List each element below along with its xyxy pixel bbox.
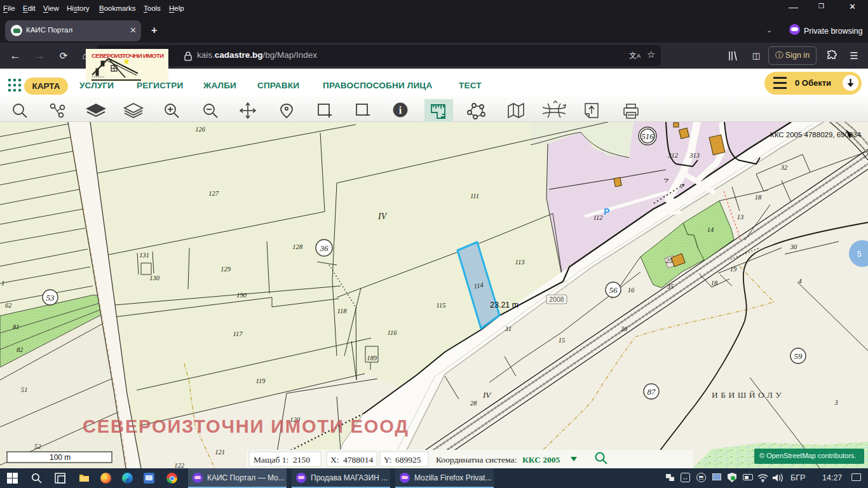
svg-text:28: 28 (470, 400, 477, 407)
svg-text:13: 13 (737, 214, 744, 220)
svg-text:5: 5 (857, 250, 862, 259)
svg-text:51: 51 (21, 386, 28, 393)
svg-text:23.21 m: 23.21 m (490, 301, 519, 309)
svg-text:4: 4 (798, 278, 802, 285)
svg-text:3: 3 (834, 399, 837, 406)
svg-text:Y:: Y: (384, 455, 391, 464)
svg-text:СЕВЕРОИЗТОЧНИ ИМОТИ: СЕВЕРОИЗТОЧНИ ИМОТИ (92, 52, 164, 59)
svg-text:59: 59 (794, 351, 803, 361)
svg-text:1: 1 (1, 280, 4, 287)
svg-text:62: 62 (5, 302, 12, 309)
svg-text:19: 19 (730, 266, 737, 273)
svg-text:18: 18 (755, 194, 762, 201)
svg-text:i: i (399, 105, 402, 116)
svg-text:2008: 2008 (549, 295, 564, 303)
svg-text:35: 35 (667, 283, 674, 290)
svg-text:126: 126 (195, 126, 206, 133)
svg-text:16: 16 (628, 287, 635, 294)
svg-text:Мащаб 1:: Мащаб 1: (254, 455, 288, 464)
svg-text:Координатна система:: Координатна система: (436, 455, 517, 464)
svg-text:СЕВЕРОИЗТОЧНИ ИМОТИ ЕООД: СЕВЕРОИЗТОЧНИ ИМОТИ ЕООД (83, 416, 408, 437)
svg-text:119: 119 (256, 377, 266, 384)
svg-text:127: 127 (208, 190, 219, 197)
svg-text:129: 129 (220, 266, 231, 273)
svg-text:312: 312 (667, 152, 679, 159)
svg-text:111: 111 (470, 193, 479, 200)
svg-text:117: 117 (233, 330, 243, 337)
svg-text:116: 116 (388, 329, 398, 336)
svg-text:118: 118 (337, 308, 348, 315)
svg-text:121: 121 (215, 449, 225, 456)
svg-text:516: 516 (641, 132, 654, 141)
svg-text:© OpenStreetMap contributor: © OpenStreetMap contributors. (759, 452, 856, 459)
svg-text:87: 87 (648, 387, 656, 396)
svg-text:112: 112 (593, 214, 604, 221)
svg-text:189: 189 (367, 355, 377, 362)
svg-text:15: 15 (559, 337, 566, 344)
svg-text:113: 113 (515, 259, 525, 266)
svg-text:115: 115 (437, 302, 446, 309)
svg-text:82: 82 (17, 346, 24, 353)
svg-text:4788014: 4788014 (343, 455, 374, 464)
svg-text:IV: IV (482, 390, 492, 400)
svg-text:IV: IV (377, 212, 388, 221)
svg-text:81: 81 (13, 323, 20, 330)
svg-text:36: 36 (620, 325, 628, 332)
svg-text:689925: 689925 (395, 455, 421, 464)
svg-text:18: 18 (711, 280, 718, 287)
svg-text:32: 32 (780, 164, 788, 171)
svg-text:ККС 2005: ККС 2005 (522, 455, 560, 464)
svg-text:25: 25 (666, 257, 673, 264)
svg-text:313: 313 (689, 152, 700, 159)
svg-text:122: 122 (174, 462, 185, 468)
svg-text:14: 14 (707, 226, 714, 233)
svg-text:190: 190 (236, 292, 247, 299)
svg-text:56: 56 (609, 285, 618, 295)
svg-text:ИБИШЙОЛУ: ИБИШЙОЛУ (712, 390, 784, 400)
svg-text:52: 52 (34, 443, 41, 450)
svg-text:P: P (604, 207, 609, 217)
svg-text:30: 30 (790, 243, 797, 250)
svg-text:130: 130 (149, 274, 160, 281)
svg-text:100 m: 100 m (50, 453, 71, 462)
svg-text:36: 36 (320, 243, 329, 253)
svg-text:31: 31 (505, 325, 512, 332)
svg-text:128: 128 (292, 243, 303, 250)
svg-text:X:: X: (330, 455, 339, 464)
svg-text:2150: 2150 (293, 455, 310, 464)
svg-text:53: 53 (46, 293, 55, 302)
svg-text:131: 131 (139, 252, 149, 259)
